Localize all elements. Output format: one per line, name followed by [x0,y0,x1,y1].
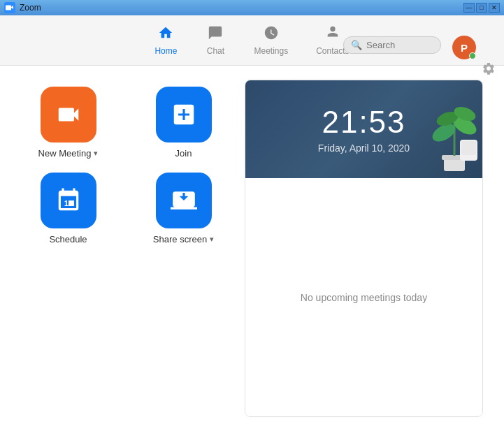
new-meeting-button[interactable] [41,87,96,143]
new-meeting-chevron: ▾ [94,149,98,158]
tab-meetings[interactable]: Meetings [240,20,302,61]
chat-icon [208,25,223,45]
meetings-icon [264,25,279,45]
title-bar: Zoom — □ ✕ [0,0,504,15]
action-grid: New Meeting ▾ Join [21,80,231,244]
right-panel: 21:53 Friday, April 10, 2020 [245,80,483,417]
join-action[interactable]: Join [136,87,231,159]
search-input[interactable] [366,40,433,50]
title-bar-title: Zoom [20,3,41,13]
profile-button[interactable]: P [452,36,476,59]
schedule-label: Schedule [49,234,87,244]
tab-chat[interactable]: Chat [191,20,240,61]
nav-tabs: Home Chat Meetings Cont [141,20,363,61]
tab-chat-label: Chat [207,46,224,56]
content-area: New Meeting ▾ Join [0,66,504,431]
profile-initial: P [461,42,468,54]
date-display: Friday, April 10, 2020 [318,143,410,154]
schedule-button[interactable]: 19 [41,173,96,228]
maximize-button[interactable]: □ [476,3,487,13]
meetings-body: No upcoming meetings today [245,178,482,416]
zoom-logo-icon [4,2,15,13]
minimize-button[interactable]: — [463,3,475,13]
share-screen-button[interactable] [156,173,212,228]
online-badge [469,52,476,59]
main-window: Home Chat Meetings Cont [0,15,504,431]
no-meetings-text: No upcoming meetings today [301,292,427,303]
title-bar-left: Zoom [4,2,41,13]
tab-meetings-label: Meetings [254,46,288,56]
schedule-action[interactable]: 19 Schedule [21,173,115,244]
svg-text:19: 19 [64,199,72,207]
close-button[interactable]: ✕ [489,3,500,13]
title-bar-controls: — □ ✕ [463,3,500,13]
search-bar[interactable]: 🔍 [343,36,441,54]
share-screen-label: Share screen ▾ [153,234,214,244]
left-panel: New Meeting ▾ Join [21,80,231,417]
share-screen-action[interactable]: Share screen ▾ [136,173,231,244]
share-screen-chevron: ▾ [210,235,214,244]
settings-button[interactable] [482,61,496,79]
clock-display: 21:53 [322,105,405,140]
join-button[interactable] [156,87,212,143]
home-icon [158,25,173,45]
contacts-icon [325,25,340,45]
new-meeting-action[interactable]: New Meeting ▾ [21,87,115,159]
join-label: Join [175,148,192,159]
tab-home[interactable]: Home [141,20,191,61]
tab-home-label: Home [154,46,177,56]
new-meeting-label: New Meeting ▾ [38,148,99,159]
nav-bar: Home Chat Meetings Cont [0,15,504,66]
calendar-header: 21:53 Friday, April 10, 2020 [245,80,482,178]
search-icon: 🔍 [351,40,362,50]
plant-decoration-icon [426,80,482,178]
svg-rect-10 [461,141,476,155]
